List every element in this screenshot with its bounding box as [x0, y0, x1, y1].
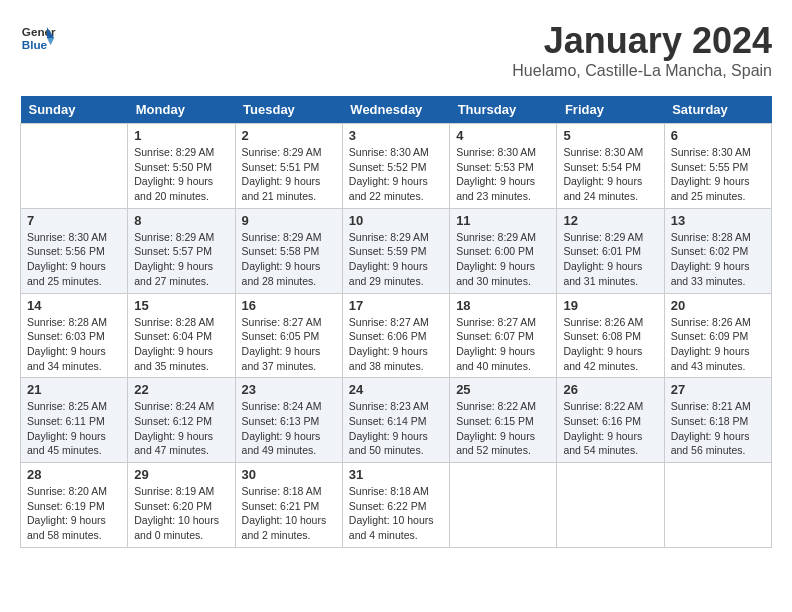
cell-info: Sunrise: 8:27 AMSunset: 6:06 PMDaylight:…	[349, 315, 443, 374]
calendar-cell: 9Sunrise: 8:29 AMSunset: 5:58 PMDaylight…	[235, 208, 342, 293]
cell-info: Sunrise: 8:29 AMSunset: 5:59 PMDaylight:…	[349, 230, 443, 289]
cell-info: Sunrise: 8:21 AMSunset: 6:18 PMDaylight:…	[671, 399, 765, 458]
svg-text:Blue: Blue	[22, 38, 48, 51]
date-number: 2	[242, 128, 336, 143]
week-row-4: 21Sunrise: 8:25 AMSunset: 6:11 PMDayligh…	[21, 378, 772, 463]
cell-info: Sunrise: 8:29 AMSunset: 6:00 PMDaylight:…	[456, 230, 550, 289]
day-header-friday: Friday	[557, 96, 664, 124]
date-number: 3	[349, 128, 443, 143]
date-number: 25	[456, 382, 550, 397]
date-number: 20	[671, 298, 765, 313]
day-header-sunday: Sunday	[21, 96, 128, 124]
cell-info: Sunrise: 8:29 AMSunset: 5:50 PMDaylight:…	[134, 145, 228, 204]
date-number: 16	[242, 298, 336, 313]
calendar-cell: 20Sunrise: 8:26 AMSunset: 6:09 PMDayligh…	[664, 293, 771, 378]
calendar-cell	[21, 124, 128, 209]
cell-info: Sunrise: 8:24 AMSunset: 6:12 PMDaylight:…	[134, 399, 228, 458]
calendar-cell	[450, 463, 557, 548]
date-number: 24	[349, 382, 443, 397]
date-number: 18	[456, 298, 550, 313]
date-number: 31	[349, 467, 443, 482]
day-header-thursday: Thursday	[450, 96, 557, 124]
calendar-cell: 15Sunrise: 8:28 AMSunset: 6:04 PMDayligh…	[128, 293, 235, 378]
cell-info: Sunrise: 8:29 AMSunset: 5:57 PMDaylight:…	[134, 230, 228, 289]
calendar-cell: 8Sunrise: 8:29 AMSunset: 5:57 PMDaylight…	[128, 208, 235, 293]
cell-info: Sunrise: 8:19 AMSunset: 6:20 PMDaylight:…	[134, 484, 228, 543]
calendar-cell: 7Sunrise: 8:30 AMSunset: 5:56 PMDaylight…	[21, 208, 128, 293]
cell-info: Sunrise: 8:28 AMSunset: 6:03 PMDaylight:…	[27, 315, 121, 374]
calendar-cell: 2Sunrise: 8:29 AMSunset: 5:51 PMDaylight…	[235, 124, 342, 209]
cell-info: Sunrise: 8:18 AMSunset: 6:21 PMDaylight:…	[242, 484, 336, 543]
cell-info: Sunrise: 8:30 AMSunset: 5:55 PMDaylight:…	[671, 145, 765, 204]
date-number: 26	[563, 382, 657, 397]
logo-icon: General Blue	[20, 20, 56, 56]
week-row-2: 7Sunrise: 8:30 AMSunset: 5:56 PMDaylight…	[21, 208, 772, 293]
calendar-cell: 30Sunrise: 8:18 AMSunset: 6:21 PMDayligh…	[235, 463, 342, 548]
date-number: 7	[27, 213, 121, 228]
cell-info: Sunrise: 8:30 AMSunset: 5:56 PMDaylight:…	[27, 230, 121, 289]
header: General Blue January 2024 Huelamo, Casti…	[20, 20, 772, 80]
cell-info: Sunrise: 8:24 AMSunset: 6:13 PMDaylight:…	[242, 399, 336, 458]
calendar-cell: 1Sunrise: 8:29 AMSunset: 5:50 PMDaylight…	[128, 124, 235, 209]
calendar-cell: 27Sunrise: 8:21 AMSunset: 6:18 PMDayligh…	[664, 378, 771, 463]
location-title: Huelamo, Castille-La Mancha, Spain	[512, 62, 772, 80]
date-number: 29	[134, 467, 228, 482]
date-number: 19	[563, 298, 657, 313]
cell-info: Sunrise: 8:29 AMSunset: 6:01 PMDaylight:…	[563, 230, 657, 289]
day-header-monday: Monday	[128, 96, 235, 124]
cell-info: Sunrise: 8:18 AMSunset: 6:22 PMDaylight:…	[349, 484, 443, 543]
week-row-1: 1Sunrise: 8:29 AMSunset: 5:50 PMDaylight…	[21, 124, 772, 209]
calendar-cell: 3Sunrise: 8:30 AMSunset: 5:52 PMDaylight…	[342, 124, 449, 209]
title-section: January 2024 Huelamo, Castille-La Mancha…	[512, 20, 772, 80]
calendar-cell: 18Sunrise: 8:27 AMSunset: 6:07 PMDayligh…	[450, 293, 557, 378]
svg-marker-3	[47, 38, 54, 45]
calendar-cell: 21Sunrise: 8:25 AMSunset: 6:11 PMDayligh…	[21, 378, 128, 463]
date-number: 6	[671, 128, 765, 143]
calendar-cell: 29Sunrise: 8:19 AMSunset: 6:20 PMDayligh…	[128, 463, 235, 548]
cell-info: Sunrise: 8:30 AMSunset: 5:52 PMDaylight:…	[349, 145, 443, 204]
date-number: 9	[242, 213, 336, 228]
calendar-table: SundayMondayTuesdayWednesdayThursdayFrid…	[20, 96, 772, 548]
date-number: 27	[671, 382, 765, 397]
calendar-cell: 24Sunrise: 8:23 AMSunset: 6:14 PMDayligh…	[342, 378, 449, 463]
cell-info: Sunrise: 8:22 AMSunset: 6:16 PMDaylight:…	[563, 399, 657, 458]
logo: General Blue	[20, 20, 56, 56]
cell-info: Sunrise: 8:26 AMSunset: 6:09 PMDaylight:…	[671, 315, 765, 374]
calendar-cell: 14Sunrise: 8:28 AMSunset: 6:03 PMDayligh…	[21, 293, 128, 378]
cell-info: Sunrise: 8:27 AMSunset: 6:07 PMDaylight:…	[456, 315, 550, 374]
calendar-cell: 22Sunrise: 8:24 AMSunset: 6:12 PMDayligh…	[128, 378, 235, 463]
calendar-cell: 23Sunrise: 8:24 AMSunset: 6:13 PMDayligh…	[235, 378, 342, 463]
calendar-cell: 17Sunrise: 8:27 AMSunset: 6:06 PMDayligh…	[342, 293, 449, 378]
date-number: 12	[563, 213, 657, 228]
date-number: 30	[242, 467, 336, 482]
date-number: 5	[563, 128, 657, 143]
cell-info: Sunrise: 8:27 AMSunset: 6:05 PMDaylight:…	[242, 315, 336, 374]
date-number: 4	[456, 128, 550, 143]
cell-info: Sunrise: 8:29 AMSunset: 5:58 PMDaylight:…	[242, 230, 336, 289]
calendar-cell: 19Sunrise: 8:26 AMSunset: 6:08 PMDayligh…	[557, 293, 664, 378]
calendar-cell: 5Sunrise: 8:30 AMSunset: 5:54 PMDaylight…	[557, 124, 664, 209]
date-number: 1	[134, 128, 228, 143]
calendar-cell: 6Sunrise: 8:30 AMSunset: 5:55 PMDaylight…	[664, 124, 771, 209]
calendar-cell: 11Sunrise: 8:29 AMSunset: 6:00 PMDayligh…	[450, 208, 557, 293]
calendar-cell: 13Sunrise: 8:28 AMSunset: 6:02 PMDayligh…	[664, 208, 771, 293]
calendar-cell: 12Sunrise: 8:29 AMSunset: 6:01 PMDayligh…	[557, 208, 664, 293]
date-number: 8	[134, 213, 228, 228]
date-number: 10	[349, 213, 443, 228]
cell-info: Sunrise: 8:30 AMSunset: 5:54 PMDaylight:…	[563, 145, 657, 204]
date-number: 11	[456, 213, 550, 228]
date-number: 22	[134, 382, 228, 397]
day-header-row: SundayMondayTuesdayWednesdayThursdayFrid…	[21, 96, 772, 124]
date-number: 23	[242, 382, 336, 397]
month-title: January 2024	[512, 20, 772, 62]
calendar-cell: 25Sunrise: 8:22 AMSunset: 6:15 PMDayligh…	[450, 378, 557, 463]
date-number: 14	[27, 298, 121, 313]
cell-info: Sunrise: 8:20 AMSunset: 6:19 PMDaylight:…	[27, 484, 121, 543]
calendar-cell: 4Sunrise: 8:30 AMSunset: 5:53 PMDaylight…	[450, 124, 557, 209]
calendar-cell: 26Sunrise: 8:22 AMSunset: 6:16 PMDayligh…	[557, 378, 664, 463]
calendar-cell: 28Sunrise: 8:20 AMSunset: 6:19 PMDayligh…	[21, 463, 128, 548]
week-row-3: 14Sunrise: 8:28 AMSunset: 6:03 PMDayligh…	[21, 293, 772, 378]
calendar-cell: 16Sunrise: 8:27 AMSunset: 6:05 PMDayligh…	[235, 293, 342, 378]
date-number: 15	[134, 298, 228, 313]
cell-info: Sunrise: 8:23 AMSunset: 6:14 PMDaylight:…	[349, 399, 443, 458]
